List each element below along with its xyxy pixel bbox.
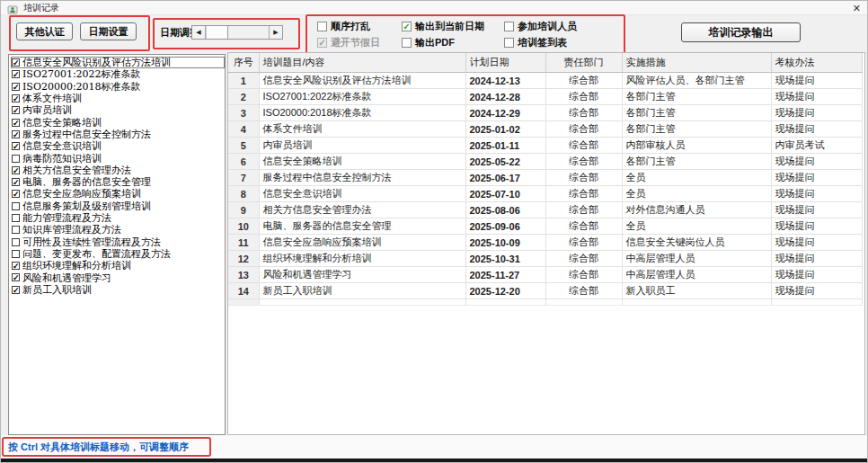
table-row[interactable]: 2ISO27001:2022标准条款2024-12-28综合部各部门主管现场提问 (228, 89, 862, 105)
checked-checkbox-icon[interactable]: ✓ (12, 58, 20, 67)
topic-list-item[interactable]: ✓信息安全策略培训 (11, 116, 225, 128)
checked-checkbox-icon[interactable]: ✓ (12, 142, 20, 150)
table-cell: 相关方信息安全管理办法 (259, 202, 465, 218)
table-cell: 综合部 (545, 186, 622, 202)
table-row[interactable]: 8信息安全意识培训2025-07-10综合部全员现场提问 (228, 186, 862, 202)
table-row[interactable]: 4体系文件培训2025-01-02综合部各部门主管现场提问 (228, 121, 862, 138)
table-row[interactable]: 6信息安全策略培训2025-05-22综合部各部门主管现场提问 (228, 154, 862, 170)
topic-list-item[interactable]: ✓内审员培训 (11, 104, 225, 116)
unchecked-checkbox-icon[interactable] (12, 214, 20, 222)
checked-checkbox-icon[interactable]: ✓ (12, 130, 20, 138)
scroll-left-arrow-icon[interactable]: ◀ (192, 26, 206, 39)
table-cell: 新入职员工 (622, 283, 771, 299)
unchecked-checkbox-icon[interactable] (402, 38, 412, 48)
topic-list-item[interactable]: 问题、变更发布、配置流程及方法 (11, 248, 225, 260)
checked-checkbox-icon[interactable]: ✓ (12, 83, 20, 91)
option-checkbox[interactable]: 参加培训人员 (504, 20, 605, 33)
unchecked-checkbox-icon[interactable] (12, 202, 20, 210)
option-checkbox[interactable]: ✓输出到当前日期 (402, 20, 504, 33)
checked-checkbox-icon[interactable]: ✓ (12, 190, 20, 198)
column-header[interactable]: 实施措施 (622, 53, 771, 73)
option-checkbox[interactable]: 输出PDF (402, 36, 504, 49)
column-header[interactable]: 计划日期 (465, 53, 545, 73)
checked-checkbox-icon: ✓ (317, 38, 327, 48)
option-checkbox[interactable]: 培训签到表 (504, 36, 605, 49)
table-row[interactable]: 1信息安全风险识别及评估方法培训2024-12-13综合部风险评估人员、各部门主… (228, 73, 862, 89)
checked-checkbox-icon[interactable]: ✓ (12, 94, 20, 102)
topic-listbox[interactable]: ✓信息安全风险识别及评估方法培训✓ISO27001:2022标准条款✓ISO20… (8, 54, 226, 435)
date-settings-button[interactable]: 日期设置 (80, 22, 137, 40)
topic-list-item[interactable]: ✓ISO20000:2018标准条款 (11, 81, 225, 93)
table-row[interactable]: 14新员工入职培训2025-12-20综合部新入职员工现场提问 (228, 283, 862, 299)
other-cert-button[interactable]: 其他认证 (16, 22, 73, 40)
topic-list-item[interactable]: ✓ISO27001:2022标准条款 (11, 68, 225, 80)
column-header[interactable]: 责任部门 (545, 53, 622, 73)
unchecked-checkbox-icon[interactable] (504, 22, 514, 31)
table-cell: 现场提问 (771, 105, 862, 121)
table-cell: 综合部 (545, 73, 622, 89)
topic-list-item[interactable]: 信息服务策划及级别管理培训 (11, 200, 225, 212)
close-icon[interactable]: ✕ (834, 2, 861, 14)
table-row[interactable]: 13风险和机遇管理学习2025-11-27综合部中高层管理人员现场提问 (228, 267, 862, 283)
topic-list-item[interactable]: 可用性及连续性管理流程及方法 (11, 236, 225, 247)
topic-list-item[interactable]: ✓信息安全风险识别及评估方法培训 (11, 57, 225, 68)
topic-list-item[interactable]: ✓风险和机遇管理学习 (11, 272, 225, 283)
table-cell: 信息安全关键岗位人员 (622, 235, 771, 251)
table-cell: 对外信息沟通人员 (622, 202, 771, 218)
column-header[interactable]: 序号 (228, 53, 259, 73)
scrollbar-thumb[interactable] (206, 26, 228, 39)
scroll-right-arrow-icon[interactable]: ▶ (269, 26, 282, 39)
table-cell: 电脑、服务器的信息安全管理 (259, 218, 465, 235)
table-cell: 3 (228, 105, 259, 121)
table-row[interactable]: 11信息安全应急响应预案培训2025-10-09综合部信息安全关键岗位人员现场提… (228, 235, 862, 251)
topic-list-item[interactable]: ✓服务过程中信息安全控制方法 (11, 129, 225, 140)
topic-list-item[interactable]: ✓信息安全意识培训 (11, 140, 225, 152)
table-cell: 中高层管理人员 (622, 251, 771, 267)
unchecked-checkbox-icon[interactable] (317, 22, 327, 31)
table-row[interactable]: 7服务过程中信息安全控制方法2025-06-17综合部全员现场提问 (228, 170, 862, 186)
table-cell: 现场提问 (771, 121, 862, 138)
table-row[interactable]: 3ISO20000:2018标准条款2024-12-29综合部各部门主管现场提问 (228, 105, 862, 121)
column-header[interactable]: 培训题目/内容 (259, 53, 465, 73)
table-row[interactable]: 12组织环境理解和分析培训2025-10-31综合部中高层管理人员现场提问 (228, 251, 862, 267)
topic-list-item[interactable]: ✓体系文件培训 (11, 93, 225, 104)
table-cell: 综合部 (545, 105, 622, 121)
topic-list-item[interactable]: ✓电脑、服务器的信息安全管理 (11, 176, 225, 188)
empty-cell (771, 299, 862, 306)
date-adjust-scrollbar[interactable]: ◀ ▶ (191, 25, 283, 40)
unchecked-checkbox-icon[interactable] (504, 38, 514, 48)
topic-list-item[interactable]: 知识库管理流程及方法 (11, 224, 225, 236)
unchecked-checkbox-icon[interactable] (12, 226, 20, 234)
table-row[interactable]: 5内审员培训2025-01-11综合部内部审核人员内审员考试 (228, 138, 862, 154)
training-record-output-button[interactable]: 培训记录输出 (681, 22, 801, 42)
unchecked-checkbox-icon[interactable] (12, 238, 20, 246)
checked-checkbox-icon[interactable]: ✓ (12, 286, 20, 294)
empty-cell (622, 299, 771, 306)
checked-checkbox-icon[interactable]: ✓ (12, 262, 20, 270)
table-row[interactable]: 9相关方信息安全管理办法2025-08-06综合部对外信息沟通人员现场提问 (228, 202, 862, 218)
checked-checkbox-icon[interactable]: ✓ (12, 178, 20, 186)
table-cell: 综合部 (545, 267, 622, 283)
topic-list-item[interactable]: ✓组织环境理解和分析培训 (11, 260, 225, 272)
unchecked-checkbox-icon[interactable] (12, 250, 20, 258)
topic-list-item[interactable]: 能力管理流程及方法 (11, 212, 225, 224)
table-row[interactable]: 10电脑、服务器的信息安全管理2025-09-06综合部全员现场提问 (228, 218, 862, 235)
table-cell: 现场提问 (771, 73, 862, 89)
checked-checkbox-icon[interactable]: ✓ (12, 119, 20, 127)
tip-annotation-box: 按 Ctrl 对具体培训标题移动，可调整顺序 (2, 437, 211, 457)
topic-list-item[interactable]: 病毒防范知识培训 (11, 152, 225, 164)
column-header[interactable]: 考核办法 (771, 53, 862, 73)
option-checkbox[interactable]: 顺序打乱 (317, 20, 402, 33)
option-checkbox-label: 参加培训人员 (518, 20, 577, 33)
topic-list-item[interactable]: ✓信息安全应急响应预案培训 (11, 188, 225, 200)
topic-list-item[interactable]: ✓新员工入职培训 (11, 284, 225, 296)
unchecked-checkbox-icon[interactable] (12, 155, 20, 163)
table-cell: 全员 (622, 186, 771, 202)
checked-checkbox-icon[interactable]: ✓ (12, 166, 20, 174)
topic-list-item[interactable]: ✓相关方信息安全管理办法 (11, 165, 225, 176)
checked-checkbox-icon[interactable]: ✓ (12, 106, 20, 114)
checked-checkbox-icon[interactable]: ✓ (402, 22, 412, 31)
checked-checkbox-icon[interactable]: ✓ (12, 70, 20, 78)
table-cell: 1 (228, 73, 259, 89)
checked-checkbox-icon[interactable]: ✓ (12, 273, 20, 281)
